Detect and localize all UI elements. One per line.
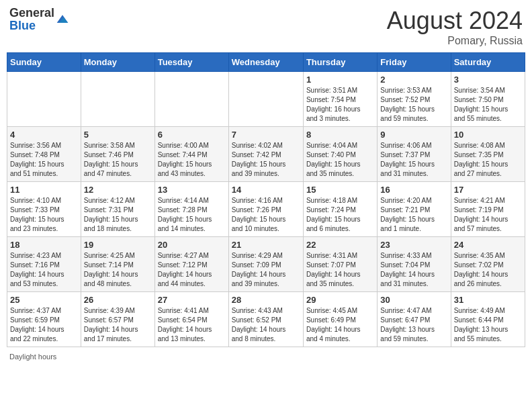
- day-info: Sunrise: 3:58 AM Sunset: 7:46 PM Dayligh…: [84, 141, 152, 179]
- day-number: 12: [84, 185, 152, 195]
- calendar-cell: 4Sunrise: 3:56 AM Sunset: 7:48 PM Daylig…: [7, 127, 81, 182]
- day-info: Sunrise: 4:29 AM Sunset: 7:09 PM Dayligh…: [232, 251, 300, 289]
- day-number: 17: [454, 185, 522, 195]
- day-info: Sunrise: 4:45 AM Sunset: 6:49 PM Dayligh…: [306, 306, 374, 344]
- day-number: 22: [306, 240, 374, 250]
- day-info: Sunrise: 4:41 AM Sunset: 6:54 PM Dayligh…: [158, 306, 226, 344]
- calendar-cell: 23Sunrise: 4:33 AM Sunset: 7:04 PM Dayli…: [378, 237, 451, 292]
- day-number: 2: [380, 75, 447, 85]
- day-number: 25: [10, 295, 78, 305]
- day-number: 20: [158, 240, 226, 250]
- daylight-label: Daylight hours: [9, 353, 56, 361]
- day-info: Sunrise: 4:10 AM Sunset: 7:33 PM Dayligh…: [10, 196, 78, 234]
- calendar-cell: [154, 72, 228, 127]
- calendar-cell: 11Sunrise: 4:10 AM Sunset: 7:33 PM Dayli…: [7, 182, 81, 237]
- day-number: 4: [10, 130, 78, 140]
- day-number: 28: [232, 295, 300, 305]
- day-info: Sunrise: 4:43 AM Sunset: 6:52 PM Dayligh…: [232, 306, 300, 344]
- calendar-cell: 10Sunrise: 4:08 AM Sunset: 7:35 PM Dayli…: [451, 127, 525, 182]
- calendar-cell: 17Sunrise: 4:21 AM Sunset: 7:19 PM Dayli…: [451, 182, 525, 237]
- day-number: 31: [454, 295, 522, 305]
- day-number: 19: [84, 240, 152, 250]
- calendar-week-2: 4Sunrise: 3:56 AM Sunset: 7:48 PM Daylig…: [7, 127, 525, 182]
- day-number: 24: [454, 240, 522, 250]
- day-info: Sunrise: 4:33 AM Sunset: 7:04 PM Dayligh…: [380, 251, 447, 289]
- calendar-cell: 28Sunrise: 4:43 AM Sunset: 6:52 PM Dayli…: [228, 292, 303, 347]
- calendar-cell: 13Sunrise: 4:14 AM Sunset: 7:28 PM Dayli…: [154, 182, 228, 237]
- logo: General Blue: [9, 7, 69, 32]
- calendar-cell: [7, 72, 81, 127]
- calendar-week-3: 11Sunrise: 4:10 AM Sunset: 7:33 PM Dayli…: [7, 182, 525, 237]
- calendar-cell: 16Sunrise: 4:20 AM Sunset: 7:21 PM Dayli…: [378, 182, 451, 237]
- day-number: 29: [306, 295, 374, 305]
- col-header-monday: Monday: [81, 53, 154, 72]
- day-info: Sunrise: 4:21 AM Sunset: 7:19 PM Dayligh…: [454, 196, 522, 234]
- calendar-cell: 19Sunrise: 4:25 AM Sunset: 7:14 PM Dayli…: [81, 237, 154, 292]
- calendar-table: SundayMondayTuesdayWednesdayThursdayFrid…: [7, 52, 525, 347]
- col-header-thursday: Thursday: [303, 53, 377, 72]
- day-number: 16: [380, 185, 447, 195]
- calendar-cell: 31Sunrise: 4:49 AM Sunset: 6:44 PM Dayli…: [451, 292, 525, 347]
- day-info: Sunrise: 4:04 AM Sunset: 7:40 PM Dayligh…: [306, 141, 374, 179]
- calendar-cell: [81, 72, 154, 127]
- day-info: Sunrise: 4:49 AM Sunset: 6:44 PM Dayligh…: [454, 306, 522, 344]
- calendar-week-1: 1Sunrise: 3:51 AM Sunset: 7:54 PM Daylig…: [7, 72, 525, 127]
- day-number: 9: [380, 130, 447, 140]
- day-info: Sunrise: 3:54 AM Sunset: 7:50 PM Dayligh…: [454, 86, 522, 124]
- calendar-cell: 8Sunrise: 4:04 AM Sunset: 7:40 PM Daylig…: [303, 127, 377, 182]
- month-year-title: August 2024: [387, 7, 523, 35]
- day-number: 15: [306, 185, 374, 195]
- day-number: 26: [84, 295, 152, 305]
- page-header: General Blue August 2024 Pomary, Russia: [7, 7, 525, 47]
- day-info: Sunrise: 4:47 AM Sunset: 6:47 PM Dayligh…: [380, 306, 447, 344]
- col-header-wednesday: Wednesday: [228, 53, 303, 72]
- day-info: Sunrise: 4:37 AM Sunset: 6:59 PM Dayligh…: [10, 306, 78, 344]
- calendar-cell: 24Sunrise: 4:35 AM Sunset: 7:02 PM Dayli…: [451, 237, 525, 292]
- calendar-cell: 6Sunrise: 4:00 AM Sunset: 7:44 PM Daylig…: [154, 127, 228, 182]
- calendar-cell: 25Sunrise: 4:37 AM Sunset: 6:59 PM Dayli…: [7, 292, 81, 347]
- day-info: Sunrise: 4:00 AM Sunset: 7:44 PM Dayligh…: [158, 141, 226, 179]
- calendar-cell: 12Sunrise: 4:12 AM Sunset: 7:31 PM Dayli…: [81, 182, 154, 237]
- day-info: Sunrise: 4:31 AM Sunset: 7:07 PM Dayligh…: [306, 251, 374, 289]
- day-number: 7: [232, 130, 300, 140]
- calendar-cell: 7Sunrise: 4:02 AM Sunset: 7:42 PM Daylig…: [228, 127, 303, 182]
- day-number: 18: [10, 240, 78, 250]
- calendar-cell: 3Sunrise: 3:54 AM Sunset: 7:50 PM Daylig…: [451, 72, 525, 127]
- day-number: 23: [380, 240, 447, 250]
- calendar-cell: 27Sunrise: 4:41 AM Sunset: 6:54 PM Dayli…: [154, 292, 228, 347]
- day-number: 21: [232, 240, 300, 250]
- day-info: Sunrise: 4:35 AM Sunset: 7:02 PM Dayligh…: [454, 251, 522, 289]
- calendar-cell: 15Sunrise: 4:18 AM Sunset: 7:24 PM Dayli…: [303, 182, 377, 237]
- logo-blue: Blue: [9, 19, 36, 32]
- calendar-week-5: 25Sunrise: 4:37 AM Sunset: 6:59 PM Dayli…: [7, 292, 525, 347]
- calendar-cell: 29Sunrise: 4:45 AM Sunset: 6:49 PM Dayli…: [303, 292, 377, 347]
- calendar-cell: 14Sunrise: 4:16 AM Sunset: 7:26 PM Dayli…: [228, 182, 303, 237]
- day-number: 30: [380, 295, 447, 305]
- day-info: Sunrise: 4:12 AM Sunset: 7:31 PM Dayligh…: [84, 196, 152, 234]
- calendar-cell: [228, 72, 303, 127]
- calendar-cell: 26Sunrise: 4:39 AM Sunset: 6:57 PM Dayli…: [81, 292, 154, 347]
- day-info: Sunrise: 4:23 AM Sunset: 7:16 PM Dayligh…: [10, 251, 78, 289]
- col-header-saturday: Saturday: [451, 53, 525, 72]
- calendar-cell: 22Sunrise: 4:31 AM Sunset: 7:07 PM Dayli…: [303, 237, 377, 292]
- day-info: Sunrise: 3:51 AM Sunset: 7:54 PM Dayligh…: [306, 86, 374, 124]
- day-info: Sunrise: 4:25 AM Sunset: 7:14 PM Dayligh…: [84, 251, 152, 289]
- day-number: 3: [454, 75, 522, 85]
- logo-general: General: [9, 6, 54, 19]
- day-number: 14: [232, 185, 300, 195]
- calendar-header-row: SundayMondayTuesdayWednesdayThursdayFrid…: [7, 53, 525, 72]
- day-number: 6: [158, 130, 226, 140]
- day-info: Sunrise: 4:02 AM Sunset: 7:42 PM Dayligh…: [232, 141, 300, 179]
- day-number: 10: [454, 130, 522, 140]
- calendar-cell: 21Sunrise: 4:29 AM Sunset: 7:09 PM Dayli…: [228, 237, 303, 292]
- day-number: 8: [306, 130, 374, 140]
- day-info: Sunrise: 4:14 AM Sunset: 7:28 PM Dayligh…: [158, 196, 226, 234]
- calendar-cell: 30Sunrise: 4:47 AM Sunset: 6:47 PM Dayli…: [378, 292, 451, 347]
- day-info: Sunrise: 4:16 AM Sunset: 7:26 PM Dayligh…: [232, 196, 300, 234]
- day-info: Sunrise: 4:20 AM Sunset: 7:21 PM Dayligh…: [380, 196, 447, 234]
- day-info: Sunrise: 4:18 AM Sunset: 7:24 PM Dayligh…: [306, 196, 374, 234]
- logo-text: General Blue: [9, 7, 54, 32]
- day-number: 13: [158, 185, 226, 195]
- col-header-friday: Friday: [378, 53, 451, 72]
- day-number: 11: [10, 185, 78, 195]
